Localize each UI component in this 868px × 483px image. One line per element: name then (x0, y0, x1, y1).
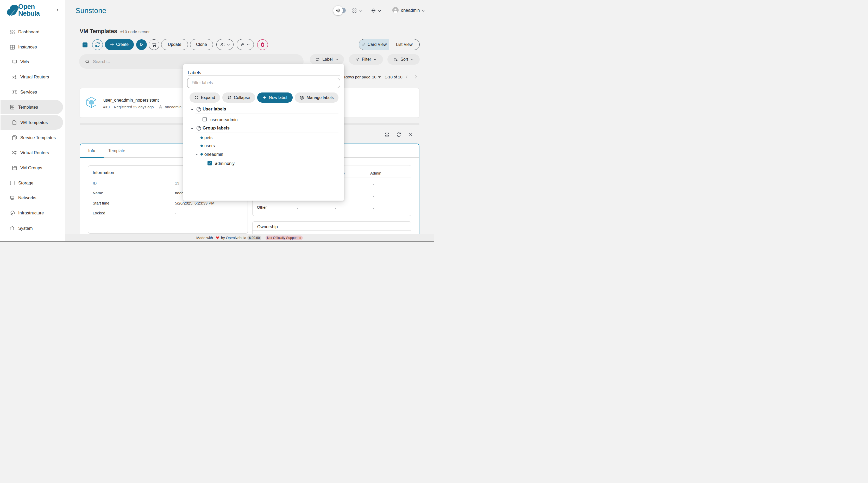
svg-text:Nebula: Nebula (18, 9, 40, 17)
